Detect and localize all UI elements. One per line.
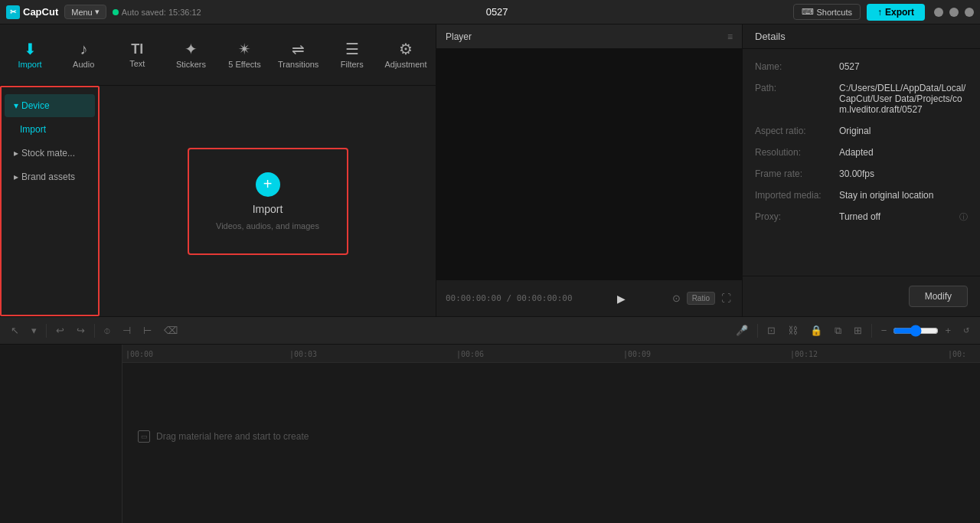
brand-expand-icon: ▸ — [14, 172, 18, 182]
cursor-dropdown-button[interactable]: ▾ — [27, 322, 41, 339]
player-play-controls: ▶ — [612, 289, 631, 308]
app-name: CapCut — [23, 6, 58, 18]
time-display: 00:00:00:00 / 00:00:00:00 — [446, 293, 573, 303]
main-area: ⬇ Import ♪ Audio TI Text ✦ Stickers ✴ 5 … — [0, 25, 980, 316]
detail-label-resolution: Resolution: — [755, 147, 839, 158]
toolbar-stickers[interactable]: ✦ Stickers — [164, 31, 217, 80]
cursor-tool-button[interactable]: ↖ — [6, 322, 24, 339]
import-box[interactable]: + Import Videos, audios, and images — [188, 148, 348, 255]
fullscreen-button[interactable]: ⛶ — [720, 291, 733, 306]
sidebar-item-stock[interactable]: ▸ Stock mate... — [5, 142, 95, 165]
stock-expand-icon: ▸ — [14, 148, 18, 159]
toolbar-divider-4 — [871, 324, 872, 338]
snap-button[interactable]: ⊡ — [763, 322, 780, 339]
toolbar-filters[interactable]: ☰ Filters — [325, 31, 379, 80]
timeline-right-controls: 🎤 ⊡ ⛓ 🔒 ⧉ ⊞ − + ↺ — [731, 322, 974, 340]
zoom-in-button[interactable]: + — [940, 322, 956, 339]
player-menu-icon[interactable]: ≡ — [727, 31, 733, 42]
toolbar-import[interactable]: ⬇ Import — [3, 31, 57, 80]
timeline-toolbar: ↖ ▾ ↩ ↪ ⌽ ⊣ ⊢ ⌫ 🎤 ⊡ ⛓ 🔒 ⧉ ⊞ − + ↺ — [0, 317, 980, 345]
maximize-button[interactable]: □ — [949, 8, 959, 17]
import-area: + Import Videos, audios, and images — [100, 86, 436, 316]
toolbar-audio[interactable]: ♪ Audio — [57, 31, 110, 80]
export-icon: ↑ — [877, 7, 882, 18]
audio-icon: ♪ — [80, 41, 87, 57]
toolbar-filters-label: Filters — [341, 60, 364, 69]
toolbar-divider-1 — [46, 324, 47, 338]
lock-button[interactable]: 🔒 — [805, 322, 827, 339]
sidebar-item-brand[interactable]: ▸ Brand assets — [5, 165, 95, 188]
minimize-button[interactable]: − — [934, 8, 943, 17]
sidebar-item-device[interactable]: ▾ Device — [5, 94, 95, 117]
proxy-info-icon[interactable]: ⓘ — [959, 211, 968, 223]
export-button[interactable]: ↑ Export — [867, 4, 925, 21]
details-panel: Details Name: 0527 Path: C:/Users/DELL/A… — [743, 25, 980, 316]
player-viewport — [436, 49, 742, 279]
import-icon: ⬇ — [24, 41, 37, 57]
drag-hint-icon: ▭ — [138, 430, 150, 443]
menu-arrow-icon: ▾ — [95, 7, 100, 17]
undo-button[interactable]: ↩ — [51, 322, 69, 339]
left-panel: ⬇ Import ♪ Audio TI Text ✦ Stickers ✴ 5 … — [0, 25, 436, 316]
zoom-controls: − + — [877, 322, 956, 339]
shortcuts-button[interactable]: ⌨ Shortcuts — [793, 4, 861, 20]
text-icon: TI — [131, 42, 143, 56]
import-plus-icon: + — [256, 172, 280, 197]
pip-button[interactable]: ⧉ — [830, 322, 846, 340]
redo-button[interactable]: ↪ — [72, 322, 90, 339]
zoom-out-button[interactable]: − — [877, 322, 892, 339]
modify-button[interactable]: Modify — [909, 286, 968, 307]
trim-left-button[interactable]: ⊣ — [118, 322, 136, 339]
detail-row-path: Path: C:/Users/DELL/AppData/Local/CapCut… — [755, 83, 968, 115]
sidebar-brand-label: Brand assets — [21, 172, 75, 182]
detail-value-resolution: Adapted — [839, 147, 968, 158]
detail-value-aspect: Original — [839, 126, 968, 136]
detail-value-framerate: 30.00fps — [839, 168, 968, 179]
link-button[interactable]: ⛓ — [783, 322, 802, 339]
device-expand-icon: ▾ — [14, 100, 18, 111]
autosave-status: Auto saved: 15:36:12 — [113, 8, 201, 17]
details-header: Details — [743, 25, 980, 49]
ruler-mark-6: |00:06 — [456, 349, 484, 358]
close-button[interactable]: × — [965, 8, 974, 17]
shortcuts-label: Shortcuts — [817, 8, 852, 17]
detail-row-proxy: Proxy: Turned off ⓘ — [755, 211, 968, 223]
toolbar-text[interactable]: TI Text — [110, 31, 164, 80]
play-button[interactable]: ▶ — [612, 289, 631, 308]
timeline-tracks: ▭ Drag material here and start to create — [122, 363, 980, 449]
toolbar-transitions[interactable]: ⇌ Transitions — [272, 31, 325, 80]
toolbar-audio-label: Audio — [73, 60, 94, 69]
toolbar-divider-3 — [757, 324, 758, 338]
mic-button[interactable]: 🎤 — [731, 322, 753, 339]
toolbar-divider-2 — [94, 324, 95, 338]
detail-value-path: C:/Users/DELL/AppData/Local/CapCut/User … — [839, 83, 968, 115]
toolbar-adjustment[interactable]: ⚙ Adjustment — [379, 31, 433, 80]
screenshot-button[interactable]: ⊙ — [671, 291, 682, 306]
trim-right-button[interactable]: ⊢ — [139, 322, 156, 339]
detail-value-imported: Stay in original location — [839, 190, 968, 201]
split-button[interactable]: ⌽ — [100, 322, 115, 339]
autosave-text: Auto saved: 15:36:12 — [122, 8, 201, 17]
ruler-mark-9: |00:09 — [623, 349, 651, 358]
timeline-left-gutter — [0, 345, 122, 523]
sidebar-item-import[interactable]: Import — [5, 118, 95, 141]
details-footer: Modify — [743, 276, 980, 316]
grid-button[interactable]: ⊞ — [849, 322, 867, 339]
ratio-button[interactable]: Ratio — [687, 292, 715, 305]
toolbar-effects[interactable]: ✴ 5 Effects — [218, 31, 272, 80]
detail-label-framerate: Frame rate: — [755, 168, 839, 179]
details-body: Name: 0527 Path: C:/Users/DELL/AppData/L… — [743, 49, 980, 276]
zoom-slider[interactable] — [893, 325, 939, 337]
toolbar-effects-label: 5 Effects — [228, 60, 261, 69]
autosave-dot-icon — [113, 9, 119, 15]
ruler-mark-3: |00:03 — [289, 349, 317, 358]
import-label: Import — [253, 203, 283, 215]
zoom-reset-button[interactable]: ↺ — [959, 323, 974, 338]
delete-button[interactable]: ⌫ — [159, 322, 182, 339]
drag-hint-text: Drag material here and start to create — [156, 431, 309, 442]
adjustment-icon: ⚙ — [399, 41, 413, 57]
menu-button[interactable]: Menu ▾ — [64, 5, 106, 19]
content-area: ▾ Device Import ▸ Stock mate... ▸ Brand … — [0, 86, 436, 316]
detail-row-aspect: Aspect ratio: Original — [755, 126, 968, 136]
player-right-controls: ⊙ Ratio ⛶ — [671, 291, 733, 306]
